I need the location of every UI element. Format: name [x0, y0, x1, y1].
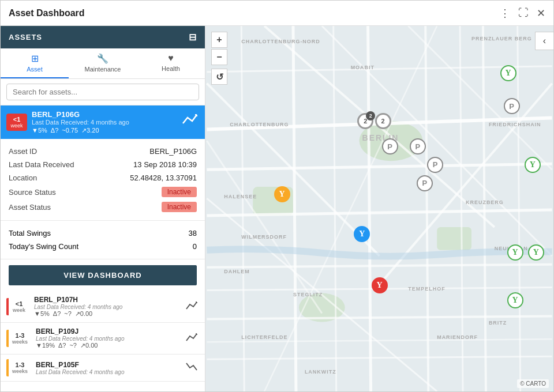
map-pin-yellow-1[interactable]: Y [274, 186, 290, 202]
list-item-trend-icon [185, 299, 199, 315]
swing-section: Total Swings 38 Today's Swing Count 0 [1, 221, 205, 259]
list-item-trend-icon [185, 330, 199, 347]
map-pin-red-1[interactable]: Y [372, 277, 388, 293]
asset-list: <1 week BERL_P107H Last Data Received: 4… [1, 291, 205, 391]
svg-text:LANKWITZ: LANKWITZ [305, 369, 336, 375]
map-pin-gray-p-2[interactable]: P [382, 138, 398, 154]
svg-text:DAHLEM: DAHLEM [224, 269, 249, 274]
source-status-label: Source Status [9, 188, 56, 197]
svg-text:PRENZLAUER BERG: PRENZLAUER BERG [471, 36, 532, 42]
asset-id-label: Asset ID [9, 147, 37, 156]
expand-icon[interactable]: ⛶ [518, 7, 529, 19]
map-pin-gear-2[interactable]: 2 [375, 113, 391, 129]
map-container: CHARLOTTENBURG-NORD PRENZLAUER BERG MOAB… [205, 26, 553, 391]
map-pin-green-2[interactable]: Y [525, 157, 541, 173]
asset-tab-icon: ⊞ [31, 53, 39, 64]
svg-text:CHARLOTTENBURG-NORD: CHARLOTTENBURG-NORD [241, 39, 320, 44]
maintenance-tab-label: Maintenance [85, 66, 121, 73]
svg-text:STEGLITZ: STEGLITZ [293, 292, 323, 297]
tabs-row: ⊞ Asset 🔧 Maintenance ♥ Health [1, 48, 205, 79]
detail-row-location: Location 52.48428, 13.37091 [9, 171, 197, 184]
svg-text:HALENSEE: HALENSEE [224, 194, 257, 199]
search-input[interactable] [6, 84, 199, 100]
asset-status-label: Asset Status [9, 203, 51, 212]
svg-text:MOABIT: MOABIT [351, 65, 375, 70]
main-content: ASSETS ⊟ ⊞ Asset 🔧 Maintenance ♥ Health [1, 26, 553, 391]
map-pin-gray-p-1[interactable]: P [504, 98, 520, 114]
maintenance-tab-icon: 🔧 [97, 53, 108, 64]
detail-row-asset-status: Asset Status Inactive [9, 199, 197, 214]
asset-id-value: BERL_P106G [149, 147, 197, 156]
svg-text:MARIENDORF: MARIENDORF [437, 334, 478, 340]
map-pin-gray-p-3[interactable]: P [410, 138, 426, 154]
last-data-value: 13 Sep 2018 10:39 [133, 160, 197, 169]
last-data-label: Last Data Received [9, 160, 74, 169]
selected-asset-stats: ▼5% Δ? ~0.75 ↗3.20 [32, 127, 177, 134]
health-tab-label: Health [162, 65, 180, 72]
map-pin-gray-p-4[interactable]: P [427, 157, 443, 173]
close-icon[interactable]: ✕ [537, 7, 545, 20]
assets-title: ASSETS [9, 33, 42, 42]
svg-text:TEMPELHOF: TEMPELHOF [408, 286, 445, 292]
location-value: 52.48428, 13.37091 [130, 174, 197, 182]
grid-icon[interactable]: ⊟ [189, 32, 197, 43]
asset-status-badge: Inactive [162, 202, 197, 212]
total-swings-row: Total Swings 38 [9, 227, 197, 240]
map-pin-green-5[interactable]: Y [507, 292, 523, 308]
asset-details: Asset ID BERL_P106G Last Data Received 1… [1, 139, 205, 221]
map-area[interactable]: CHARLOTTENBURG-NORD PRENZLAUER BERG MOAB… [205, 26, 553, 391]
selected-asset-sub: Last Data Received: 4 months ago [32, 119, 177, 126]
svg-text:KREUZBERG: KREUZBERG [466, 199, 504, 205]
search-bar [1, 79, 205, 105]
today-swing-label: Today's Swing Count [9, 242, 78, 251]
app-window: Asset Dashboard ⋮ ⛶ ✕ ASSETS ⊟ ⊞ Asset [0, 0, 554, 392]
total-swings-label: Total Swings [9, 229, 51, 238]
carto-attribution: © CARTO [517, 379, 549, 388]
today-swing-value: 0 [193, 242, 197, 251]
svg-text:LICHTERFELDE: LICHTERFELDE [241, 334, 287, 340]
total-swings-value: 38 [189, 229, 197, 238]
list-item-badge: 1-3 weeks [6, 330, 31, 347]
svg-text:BRITZ: BRITZ [489, 320, 507, 326]
zoom-out-button[interactable]: − [211, 49, 227, 65]
title-bar-right: ⋮ ⛶ ✕ [500, 7, 545, 20]
detail-row-source-status: Source Status Inactive [9, 184, 197, 199]
reset-view-button[interactable]: ↺ [211, 69, 227, 85]
today-swing-row: Today's Swing Count 0 [9, 240, 197, 253]
selected-asset-badge: <1 week [6, 114, 27, 131]
selected-asset-name: BERL_P106G [32, 110, 177, 119]
list-item-info: BERL_P105F Last Data Received: 4 months … [36, 361, 181, 375]
map-pin-green-3[interactable]: Y [507, 244, 523, 261]
left-panel: ASSETS ⊟ ⊞ Asset 🔧 Maintenance ♥ Health [1, 26, 205, 391]
window-title: Asset Dashboard [9, 8, 85, 18]
selected-asset-trend-icon [182, 112, 199, 133]
view-dashboard-button[interactable]: VIEW DASHBOARD [9, 265, 197, 285]
selected-asset-card[interactable]: <1 week BERL_P106G Last Data Received: 4… [1, 105, 205, 139]
tab-maintenance[interactable]: 🔧 Maintenance [69, 48, 137, 78]
tab-asset[interactable]: ⊞ Asset [1, 48, 69, 78]
map-pin-gear-1[interactable]: 2 2 [357, 113, 373, 129]
map-pin-gray-p-5[interactable]: P [417, 175, 433, 191]
map-pin-green-4[interactable]: Y [528, 244, 544, 261]
asset-tab-label: Asset [27, 66, 43, 73]
svg-text:WILMERSDORF: WILMERSDORF [241, 234, 287, 240]
zoom-in-button[interactable]: + [211, 32, 227, 48]
health-tab-icon: ♥ [168, 53, 174, 63]
title-bar-left: Asset Dashboard [9, 8, 85, 18]
list-item[interactable]: 1-3 weeks BERL_P109J Last Data Received:… [1, 323, 205, 355]
map-back-button[interactable]: ‹ [535, 32, 553, 50]
detail-row-last-data: Last Data Received 13 Sep 2018 10:39 [9, 158, 197, 171]
list-item-info: BERL_P107H Last Data Received: 4 months … [34, 296, 181, 318]
list-item[interactable]: <1 week BERL_P107H Last Data Received: 4… [1, 291, 205, 323]
map-controls: + − ↺ [211, 32, 227, 85]
map-pin-green-1[interactable]: Y [500, 65, 516, 81]
svg-rect-9 [437, 227, 471, 250]
list-item-info: BERL_P109J Last Data Received: 4 months … [36, 327, 181, 349]
map-pin-blue-1[interactable]: Y [354, 226, 370, 242]
list-item[interactable]: 1-3 weeks BERL_P105F Last Data Received:… [1, 355, 205, 382]
more-icon[interactable]: ⋮ [500, 7, 510, 20]
tab-health[interactable]: ♥ Health [137, 48, 205, 78]
detail-row-id: Asset ID BERL_P106G [9, 145, 197, 158]
source-status-badge: Inactive [162, 187, 197, 197]
svg-text:FRIEDRICHSHAIN: FRIEDRICHSHAIN [489, 122, 541, 127]
